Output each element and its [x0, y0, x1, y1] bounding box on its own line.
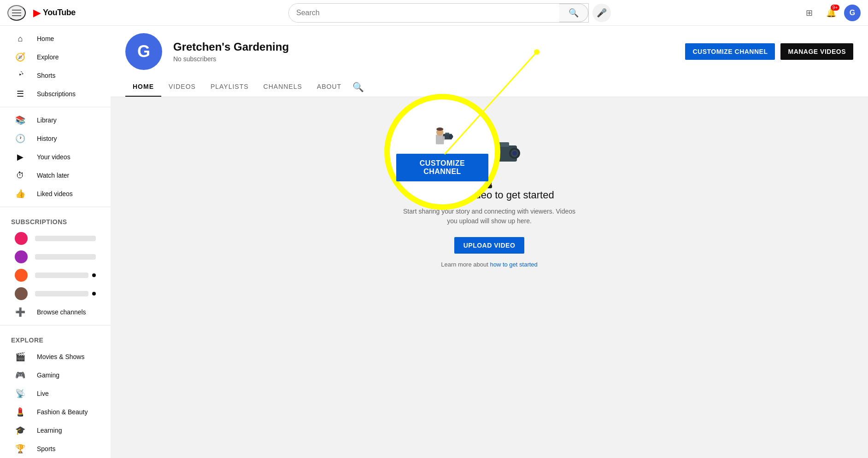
top-navigation: ▶ YouTube 🔍 🎤 ⊞ 🔔 9+ G	[0, 0, 868, 26]
channel-avatar-letter: G	[137, 42, 150, 61]
sidebar-label-shorts: Shorts	[37, 72, 55, 79]
sidebar-explore-section: EXPLORE 🎬 Movies & Shows 🎮 Gaming 📡 Live…	[0, 325, 111, 458]
camera-person-svg	[443, 116, 535, 189]
sidebar-item-history[interactable]: 🕐 History	[4, 129, 107, 148]
sidebar-label-subscriptions: Subscriptions	[37, 90, 76, 98]
sidebar-label-live: Live	[37, 390, 49, 397]
notification-badge: 9+	[831, 5, 839, 11]
tab-playlists[interactable]: PLAYLISTS	[203, 77, 256, 97]
sports-icon: 🏆	[15, 444, 26, 454]
channel-actions: CUSTOMIZE CHANNEL MANAGE VIDEOS	[685, 43, 853, 60]
youtube-logo[interactable]: ▶ YouTube	[33, 7, 76, 19]
svg-rect-7	[498, 142, 509, 147]
tab-home[interactable]: HOME	[125, 77, 161, 97]
youtube-logo-icon: ▶	[33, 7, 41, 19]
sidebar-item-sports[interactable]: 🏆 Sports	[4, 440, 107, 458]
home-icon: ⌂	[15, 34, 26, 44]
channel-search-icon[interactable]: 🔍	[352, 81, 364, 93]
sidebar-label-watch-later: Watch later	[37, 172, 69, 179]
learn-more-text: Learn more about how to get started	[441, 261, 538, 268]
sub-avatar-4	[15, 287, 28, 300]
customize-channel-button[interactable]: CUSTOMIZE CHANNEL	[685, 43, 775, 60]
hamburger-button[interactable]	[7, 5, 26, 21]
tab-about[interactable]: ABOUT	[310, 77, 349, 97]
sidebar: ⌂ Home 🧭 Explore Shorts ☰ Subscriptions …	[0, 26, 111, 458]
liked-videos-icon: 👍	[15, 189, 26, 199]
tab-channels[interactable]: CHANNELS	[256, 77, 310, 97]
sidebar-label-home: Home	[37, 35, 54, 42]
sidebar-item-subscriptions[interactable]: ☰ Subscriptions	[4, 85, 107, 103]
search-icon: 🔍	[569, 8, 579, 17]
avatar-letter: G	[850, 9, 855, 17]
sidebar-item-liked-videos[interactable]: 👍 Liked videos	[4, 185, 107, 203]
cast-button[interactable]: ⊞	[800, 4, 818, 22]
channel-name: Gretchen's Gardening	[173, 41, 674, 53]
sub-name-1	[35, 236, 96, 241]
sidebar-item-watch-later[interactable]: ⏱ Watch later	[4, 166, 107, 185]
search-button[interactable]: 🔍	[559, 4, 588, 22]
subscriptions-icon: ☰	[15, 89, 26, 99]
channel-info: G Gretchen's Gardening No subscribers CU…	[125, 33, 853, 77]
subscription-item-2[interactable]	[4, 248, 107, 266]
sub-avatar-1	[15, 232, 28, 245]
sub-name-placeholder-4	[35, 291, 88, 296]
your-videos-icon: ▶	[15, 152, 26, 162]
sidebar-main-section: ⌂ Home 🧭 Explore Shorts ☰ Subscriptions	[0, 26, 111, 107]
sidebar-item-explore[interactable]: 🧭 Explore	[4, 48, 107, 66]
watch-later-icon: ⏱	[15, 171, 26, 180]
search-bar: 🔍	[288, 3, 589, 23]
sidebar-label-learning: Learning	[37, 427, 62, 434]
sidebar-item-browse-channels[interactable]: ➕ Browse channels	[4, 303, 107, 321]
sidebar-item-your-videos[interactable]: ▶ Your videos	[4, 148, 107, 166]
fashion-beauty-icon: 💄	[15, 407, 26, 417]
sidebar-library-section: 📚 Library 🕐 History ▶ Your videos ⏱ Watc…	[0, 107, 111, 207]
sidebar-label-your-videos: Your videos	[37, 153, 70, 161]
sidebar-item-library[interactable]: 📚 Library	[4, 111, 107, 129]
subscription-item-1[interactable]	[4, 229, 107, 248]
svg-rect-9	[473, 174, 481, 186]
mic-button[interactable]: 🎤	[592, 4, 611, 22]
subscription-item-4[interactable]	[4, 284, 107, 303]
manage-videos-button[interactable]: MANAGE VIDEOS	[780, 43, 853, 60]
learning-icon: 🎓	[15, 425, 26, 435]
channel-avatar: G	[125, 33, 162, 70]
sidebar-label-fashion-beauty: Fashion & Beauty	[37, 408, 88, 416]
sub-info-4	[35, 291, 96, 296]
svg-rect-10	[483, 174, 492, 186]
nav-right: ⊞ 🔔 9+ G	[800, 4, 861, 22]
library-icon: 📚	[15, 115, 26, 125]
shorts-icon	[15, 70, 26, 81]
nav-left: ▶ YouTube	[7, 5, 100, 21]
sidebar-label-explore: Explore	[37, 53, 59, 61]
svg-point-6	[512, 151, 517, 156]
how-to-get-started-link[interactable]: how to get started	[490, 261, 537, 268]
upload-video-button[interactable]: UPLOAD VIDEO	[454, 237, 525, 254]
sidebar-label-sports: Sports	[37, 445, 55, 452]
subscription-item-3[interactable]	[4, 266, 107, 284]
sidebar-item-home[interactable]: ⌂ Home	[4, 29, 107, 48]
nav-center: 🔍 🎤	[288, 3, 611, 23]
browse-channels-icon: ➕	[15, 307, 26, 317]
sidebar-item-movies-shows[interactable]: 🎬 Movies & Shows	[4, 348, 107, 366]
svg-rect-12	[482, 185, 492, 188]
svg-rect-11	[472, 185, 482, 188]
history-icon: 🕐	[15, 133, 26, 144]
tab-videos[interactable]: VIDEOS	[161, 77, 203, 97]
channel-details: Gretchen's Gardening No subscribers	[173, 41, 674, 63]
sidebar-item-learning[interactable]: 🎓 Learning	[4, 421, 107, 440]
sub-name-placeholder-3	[35, 272, 88, 278]
sub-avatar-2	[15, 250, 28, 263]
sidebar-item-fashion-beauty[interactable]: 💄 Fashion & Beauty	[4, 403, 107, 421]
sidebar-label-browse-channels: Browse channels	[37, 308, 86, 316]
sidebar-item-live[interactable]: 📡 Live	[4, 384, 107, 403]
notification-button[interactable]: 🔔 9+	[822, 4, 840, 22]
upload-title: Upload a video to get started	[424, 189, 554, 201]
search-input[interactable]	[289, 4, 559, 22]
youtube-logo-text: YouTube	[43, 8, 76, 17]
sidebar-item-shorts[interactable]: Shorts	[4, 66, 107, 85]
upload-subtitle: Start sharing your story and connecting …	[397, 207, 581, 226]
user-avatar-button[interactable]: G	[844, 5, 861, 21]
upload-illustration	[443, 116, 535, 189]
cast-icon: ⊞	[806, 8, 813, 18]
sidebar-item-gaming[interactable]: 🎮 Gaming	[4, 366, 107, 384]
